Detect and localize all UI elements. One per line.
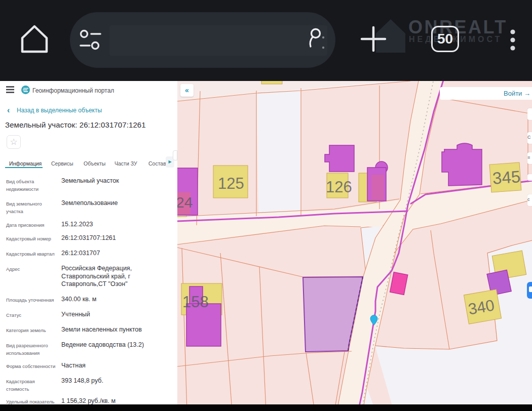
svg-text:345: 345 (492, 167, 521, 188)
svg-text:126: 126 (326, 178, 352, 196)
svg-text:158: 158 (182, 293, 209, 311)
svg-text:125: 125 (218, 175, 244, 192)
svg-text:24: 24 (177, 194, 193, 211)
